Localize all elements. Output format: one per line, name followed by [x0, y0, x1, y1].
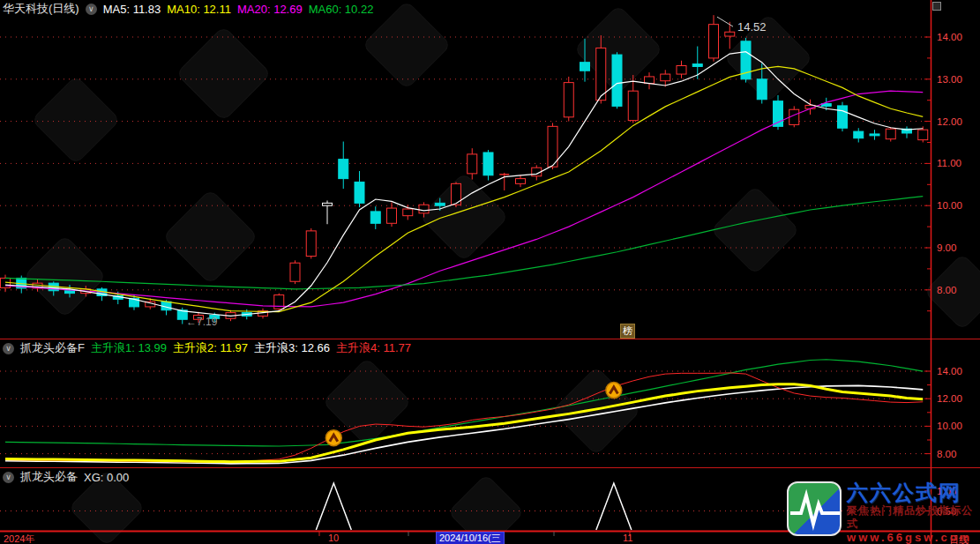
- ma-line-MA10: [5, 66, 923, 311]
- price-label: 8.00: [937, 449, 956, 459]
- price-label: 8.00: [937, 285, 956, 295]
- candle-body: [628, 91, 638, 120]
- price-label: 12.00: [937, 116, 962, 127]
- indicator-line-主升浪4: [5, 373, 923, 462]
- candle-body: [725, 32, 735, 36]
- signal-triangle: [596, 483, 632, 530]
- candle-body: [323, 203, 333, 205]
- candle-body: [564, 83, 573, 117]
- candle-body: [419, 205, 429, 213]
- ma-line-MA5: [5, 52, 923, 317]
- collapse-chevron-icon[interactable]: ∨: [3, 343, 14, 354]
- indicator-line-主升浪3: [5, 385, 923, 463]
- candle-body: [306, 231, 316, 257]
- price-high-annotation: 14.52: [737, 20, 767, 34]
- candle-body: [612, 55, 622, 106]
- xaxis-year-label: 2024年: [4, 533, 34, 544]
- candle-body: [677, 66, 686, 75]
- panel2-header: ∨ 抓龙头必备F 主升浪1: 13.99 主升浪2: 11.97 主升浪3: 1…: [3, 340, 411, 356]
- price-label: 14.00: [937, 32, 962, 42]
- zhushenglang3-value: 主升浪3: 12.66: [254, 340, 330, 356]
- price-low-annotation: ←7.19: [186, 316, 217, 328]
- ma10-value: MA10: 12.11: [167, 3, 231, 16]
- candle-body: [854, 131, 864, 138]
- candle-body: [370, 212, 380, 223]
- ma5-value: MA5: 11.83: [103, 3, 161, 16]
- ma20-value: MA20: 12.69: [237, 3, 303, 16]
- price-label: 9.00: [937, 242, 956, 253]
- bang-tag[interactable]: 榜: [620, 324, 635, 339]
- candle-body: [65, 291, 75, 294]
- candle-body: [339, 160, 348, 179]
- candle-body: [661, 74, 670, 81]
- candle-body: [387, 208, 397, 223]
- indicator2-title: 抓龙头必备: [20, 469, 78, 485]
- price-label: 10.00: [937, 421, 962, 431]
- candle-body: [516, 179, 526, 184]
- price-label: 11.00: [937, 158, 961, 168]
- candle-body: [468, 154, 477, 174]
- collapse-chevron-icon[interactable]: ∨: [3, 472, 14, 483]
- site-slogan: 聚焦热门精品炒股指标公式: [847, 504, 980, 531]
- candle-body: [692, 64, 702, 67]
- candle-body: [290, 263, 300, 281]
- candle-body: [403, 209, 413, 216]
- candle-body: [645, 77, 655, 84]
- candle-body: [580, 63, 590, 71]
- candle-body: [886, 129, 895, 138]
- stock-title: 华天科技(日线): [3, 1, 79, 17]
- collapse-chevron-icon[interactable]: ∨: [86, 4, 97, 15]
- price-label: 10.00: [937, 200, 962, 211]
- zhushenglang1-value: 主升浪1: 13.99: [91, 340, 167, 356]
- candle-body: [757, 79, 767, 100]
- candle-body: [870, 134, 879, 136]
- candle-body: [483, 153, 493, 175]
- xg-value: XG: 0.00: [84, 471, 129, 484]
- xaxis-month-october: 10: [328, 533, 339, 543]
- ma60-value: MA60: 10.22: [309, 3, 374, 16]
- site-url: www.66gsw.com: [847, 531, 980, 544]
- price-label: 14.00: [937, 366, 962, 376]
- price-label: 13.00: [937, 74, 962, 85]
- candle-body: [838, 106, 848, 128]
- stock-app-screen: 14.0013.0012.0011.0010.009.008.0014.0012…: [0, 0, 980, 544]
- panel1-header: 华天科技(日线) ∨ MA5: 11.83 MA10: 12.11 MA20: …: [3, 1, 373, 17]
- annotation-pointer: [717, 17, 733, 26]
- zhushenglang4-value: 主升浪4: 11.77: [336, 340, 411, 356]
- candle-body: [918, 130, 928, 139]
- candle-body: [596, 48, 606, 100]
- window-control-icon[interactable]: [932, 2, 941, 11]
- site-logo-icon: [787, 481, 842, 536]
- zhushenglang2-value: 主升浪2: 11.97: [173, 340, 248, 356]
- xaxis-month-november: 11: [623, 533, 632, 543]
- price-label: 12.00: [937, 393, 962, 404]
- candle-body: [709, 25, 719, 58]
- selected-date-box: 2024/10/16(三: [436, 532, 505, 544]
- site-name: 六六公式网: [847, 481, 980, 504]
- candle-body: [355, 182, 364, 203]
- indicator1-title: 抓龙头必备F: [20, 340, 85, 356]
- indicator-line-主升浪1: [5, 360, 923, 446]
- chart-canvas: 14.0013.0012.0011.0010.009.008.0014.0012…: [0, 0, 980, 544]
- candle-body: [435, 203, 445, 205]
- panel3-header: ∨ 抓龙头必备 XG: 0.00: [3, 469, 129, 485]
- site-watermark: 六六公式网 聚焦热门精品炒股指标公式 www.66gsw.com: [787, 481, 980, 544]
- signal-triangle: [316, 483, 351, 530]
